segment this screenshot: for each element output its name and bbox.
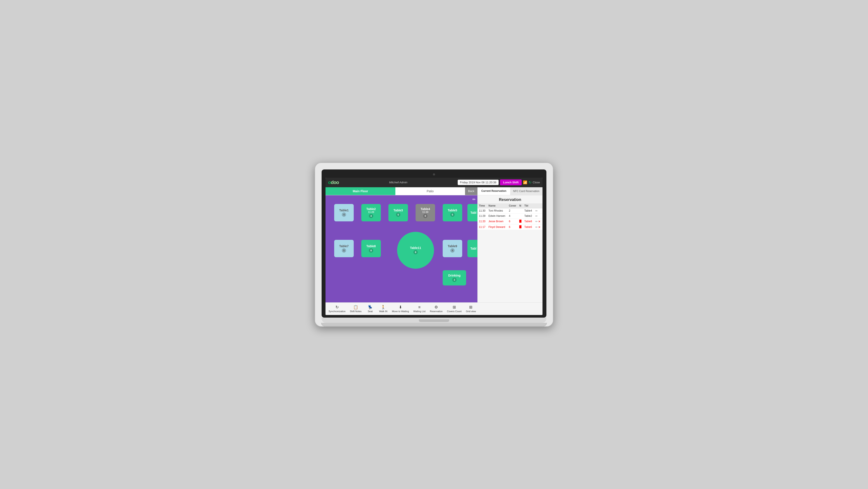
- user-name: Mitchell Admin: [339, 181, 458, 184]
- screen: odoo Mitchell Admin Friday 2019 Nov 08 1…: [326, 178, 542, 315]
- table-label-t9: Table9: [448, 244, 457, 248]
- toolbar-item-grid-view[interactable]: ⊞Grid view: [464, 304, 478, 314]
- floor-plan: ✏ Table14Table211:294Table35Table411:300…: [326, 195, 477, 303]
- res-cell-0-n: [518, 208, 523, 213]
- col-name: Name: [487, 203, 507, 208]
- res-row-3[interactable]: 11:17Floyd Steward6Table6✏✕: [477, 224, 542, 230]
- res-tab-bar: Current Reservation NFC Card Reservation: [477, 187, 542, 195]
- table-count-t11: 8: [413, 250, 418, 254]
- table-t2[interactable]: Table211:294: [361, 204, 381, 221]
- table-label-t8: Table8: [366, 244, 376, 248]
- res-cell-2-n: [518, 219, 523, 224]
- res-actions-0[interactable]: ✏: [534, 208, 542, 213]
- wifi-icon: 📶: [523, 180, 527, 184]
- edit-icon-0[interactable]: ✏: [535, 209, 538, 212]
- edit-floor-button[interactable]: ✏: [472, 197, 476, 202]
- table-t1[interactable]: Table14: [334, 204, 354, 221]
- lunch-shift-button[interactable]: Lunch Shift: [500, 179, 522, 185]
- reservation-panel: Current Reservation NFC Card Reservation…: [477, 187, 542, 303]
- toolbar-icon-shift-notes: 📋: [353, 305, 358, 310]
- toolbar-item-shift-notes[interactable]: 📋Shift Notes: [348, 304, 364, 314]
- toolbar-icon-reservation: ⚙: [434, 305, 438, 310]
- table-t6[interactable]: Tabl: [467, 204, 477, 221]
- flag-icon-3: [519, 225, 522, 228]
- toolbar-item-move-waiting[interactable]: ⬇Move to Waiting: [390, 304, 411, 314]
- toolbar-label-reservation: Reservation: [430, 310, 443, 313]
- webcam: [433, 173, 435, 175]
- toolbar-label-shift-notes: Shift Notes: [350, 310, 362, 313]
- toolbar-icon-sync: ↻: [336, 305, 339, 310]
- close-button[interactable]: Close: [533, 181, 540, 184]
- toolbar-icon-waiting-list: ≡: [418, 305, 421, 310]
- table-t10[interactable]: Tabl: [467, 240, 477, 257]
- table-t4[interactable]: Table411:300: [415, 204, 435, 221]
- col-time: Time: [477, 203, 487, 208]
- table-label-t10: Tabl: [470, 247, 476, 250]
- toolbar-label-walk-in: Walk IN: [379, 310, 388, 313]
- back-button[interactable]: Back: [465, 187, 477, 195]
- toolbar-label-seat: Seat: [368, 310, 373, 313]
- res-row-1[interactable]: 11:29Edwin Hansen4Table2✏: [477, 213, 542, 219]
- table-t7[interactable]: Table75: [334, 240, 354, 257]
- res-cell-3-tbl: Table6: [523, 224, 534, 230]
- table-t8[interactable]: Table88: [361, 240, 381, 257]
- table-count-t7: 5: [342, 248, 346, 253]
- res-cell-2-tbl: Table8: [523, 219, 534, 224]
- screen-bezel: odoo Mitchell Admin Friday 2019 Nov 08 1…: [321, 169, 547, 318]
- edit-icon-3[interactable]: ✏: [535, 226, 538, 229]
- res-actions-1[interactable]: ✏: [534, 213, 542, 219]
- toolbar-item-sync[interactable]: ↻Synchronization: [327, 304, 348, 314]
- table-label-t_drink: Drinking: [448, 274, 461, 277]
- table-label-t7: Table7: [339, 244, 348, 248]
- tab-current-reservation[interactable]: Current Reservation: [477, 187, 510, 195]
- delete-icon-2[interactable]: ✕: [538, 220, 540, 223]
- laptop-base: [321, 318, 547, 323]
- toolbar-item-walk-in[interactable]: 🚶Walk IN: [377, 304, 390, 314]
- table-t3[interactable]: Table35: [389, 204, 408, 221]
- table-t11[interactable]: Table118: [397, 232, 434, 269]
- table-label-t3: Table3: [394, 208, 403, 212]
- flag-icon-2: [519, 220, 522, 223]
- table-time-t2: 11:29: [368, 211, 374, 213]
- edit-icon-1[interactable]: ✏: [535, 214, 538, 218]
- res-cell-0-2: 2: [507, 208, 518, 213]
- reservation-table: Time Name Cover N Tbl 11:30Toni Rhodes2T…: [477, 203, 542, 230]
- res-cell-0-0: 11:30: [477, 208, 487, 213]
- toolbar-icon-grid-view: ⊞: [469, 305, 472, 310]
- edit-icon-2[interactable]: ✏: [535, 220, 538, 223]
- toolbar-icon-covers-count: ⊞: [453, 305, 456, 310]
- table-label-t4: Table4: [421, 207, 430, 211]
- tab-main-floor[interactable]: Main Floor: [326, 187, 395, 195]
- datetime-display: Friday 2019 Nov 08 11:20:38: [458, 180, 499, 185]
- col-actions: [534, 203, 542, 208]
- res-row-0[interactable]: 11:30Toni Rhodes2Table4✏: [477, 208, 542, 213]
- table-t_drink[interactable]: Drinking3: [443, 270, 466, 285]
- table-t5[interactable]: Table55: [443, 204, 462, 221]
- res-actions-3[interactable]: ✏✕: [534, 224, 542, 230]
- toolbar-label-grid-view: Grid view: [466, 310, 476, 313]
- delete-icon-3[interactable]: ✕: [538, 226, 540, 229]
- toolbar-item-covers-count[interactable]: ⊞Covers Count: [445, 304, 464, 314]
- table-count-t3: 5: [396, 212, 400, 217]
- toolbar-item-seat[interactable]: 💺Seat: [364, 304, 377, 314]
- res-cell-3-n: [518, 224, 523, 230]
- table-count-t8: 8: [369, 248, 373, 253]
- topbar: odoo Mitchell Admin Friday 2019 Nov 08 1…: [326, 178, 542, 187]
- res-row-2[interactable]: 11:20Jesse Brown6Table8✏✕: [477, 219, 542, 224]
- laptop-outer: odoo Mitchell Admin Friday 2019 Nov 08 1…: [315, 163, 553, 327]
- res-cell-3-0: 11:17: [477, 224, 487, 230]
- table-t9[interactable]: Table94: [443, 240, 462, 257]
- floor-area: Main Floor Patio Back ✏ Table14Table211:…: [326, 187, 477, 303]
- laptop-foot: [321, 323, 547, 326]
- toolbar-item-waiting-list[interactable]: ≡Waiting List: [411, 304, 428, 314]
- res-actions-2[interactable]: ✏✕: [534, 219, 542, 224]
- col-cover: Cover: [507, 203, 518, 208]
- main-area: Main Floor Patio Back ✏ Table14Table211:…: [326, 187, 542, 303]
- tab-nfc-reservation[interactable]: NFC Card Reservation: [510, 187, 543, 195]
- res-cell-3-2: 6: [507, 224, 518, 230]
- res-cell-2-0: 11:20: [477, 219, 487, 224]
- toolbar-item-reservation[interactable]: ⚙Reservation: [428, 304, 445, 314]
- tab-patio[interactable]: Patio: [395, 187, 465, 195]
- table-count-t1: 4: [342, 212, 346, 217]
- refresh-icon[interactable]: ↻: [529, 180, 531, 184]
